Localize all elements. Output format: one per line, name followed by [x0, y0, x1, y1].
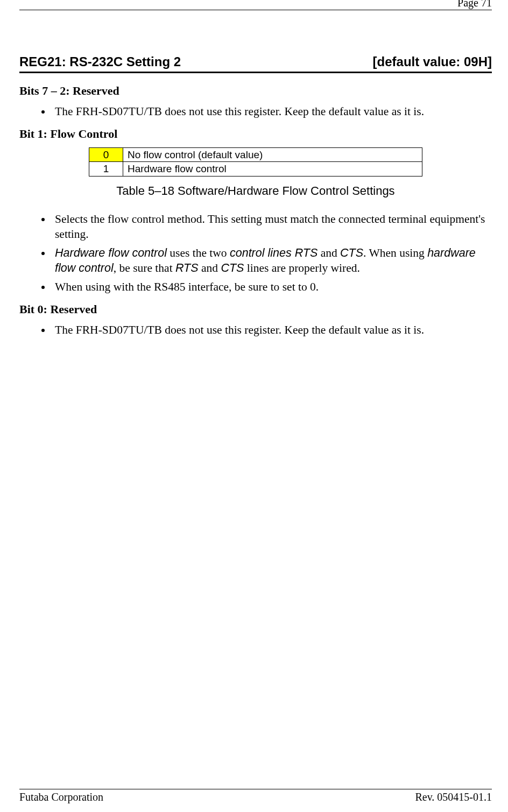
- text-run: and: [199, 262, 221, 274]
- list-item: When using with the RS485 interface, be …: [52, 280, 492, 295]
- section-header: REG21: RS-232C Setting 2 [default value:…: [19, 54, 492, 73]
- text-run: . When using: [363, 246, 427, 259]
- bullet-list-3: The FRH-SD07TU/TB does not use this regi…: [19, 323, 492, 338]
- italic-term: RTS: [175, 262, 199, 274]
- page: Page 71 REG21: RS-232C Setting 2 [defaul…: [0, 0, 508, 812]
- subheading-bits7-2: Bits 7 – 2: Reserved: [19, 84, 492, 98]
- text-run: lines are properly wired.: [244, 262, 360, 274]
- italic-term: control lines RTS: [230, 246, 318, 259]
- italic-term: CTS: [340, 246, 363, 259]
- table-row: 1 Hardware flow control: [89, 162, 422, 176]
- bullet-list-1: The FRH-SD07TU/TB does not use this regi…: [19, 104, 492, 119]
- text-run: uses the two: [167, 246, 230, 259]
- table-caption: Table 5–18 Software/Hardware Flow Contro…: [19, 184, 492, 198]
- page-footer: Futaba Corporation Rev. 050415-01.1: [19, 789, 492, 803]
- section-title-right: [default value: 09H]: [373, 54, 492, 69]
- content-area: REG21: RS-232C Setting 2 [default value:…: [19, 10, 492, 789]
- flow-control-table: 0 No flow control (default value) 1 Hard…: [89, 147, 422, 177]
- italic-term: Hardware flow control: [55, 246, 167, 259]
- table-cell-code: 1: [89, 162, 123, 176]
- footer-left: Futaba Corporation: [19, 791, 103, 803]
- table-cell-code: 0: [89, 147, 123, 162]
- table-cell-desc: No flow control (default value): [123, 147, 422, 162]
- list-item: Hardware flow control uses the two contr…: [52, 246, 492, 276]
- bullet-list-2: Selects the flow control method. This se…: [19, 212, 492, 295]
- page-number: Page 71: [457, 0, 492, 9]
- list-item: The FRH-SD07TU/TB does not use this regi…: [52, 104, 492, 119]
- text-run: , be sure that: [114, 262, 175, 274]
- text-run: and: [318, 246, 340, 259]
- section-title-left: REG21: RS-232C Setting 2: [19, 54, 181, 69]
- subheading-bit1: Bit 1: Flow Control: [19, 127, 492, 141]
- list-item: The FRH-SD07TU/TB does not use this regi…: [52, 323, 492, 338]
- table-row: 0 No flow control (default value): [89, 147, 422, 162]
- footer-right: Rev. 050415-01.1: [415, 791, 492, 803]
- italic-term: CTS: [221, 262, 244, 274]
- subheading-bit0: Bit 0: Reserved: [19, 302, 492, 316]
- table-cell-desc: Hardware flow control: [123, 162, 422, 176]
- list-item: Selects the flow control method. This se…: [52, 212, 492, 242]
